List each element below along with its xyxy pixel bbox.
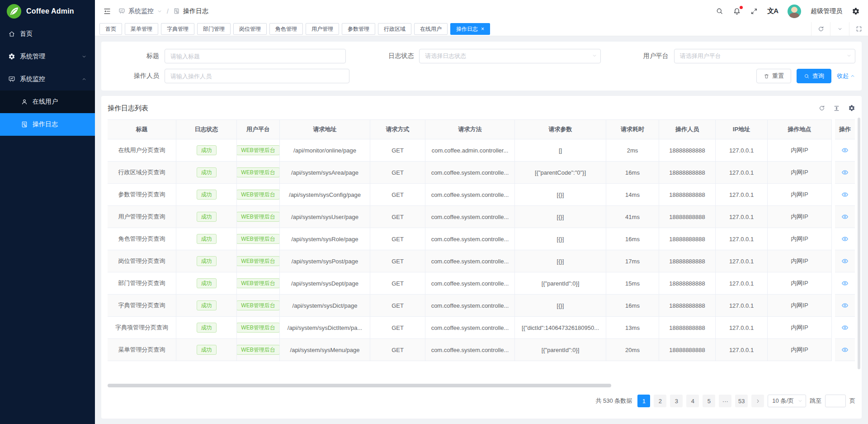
- jump-page-input[interactable]: [825, 395, 846, 407]
- cell-location: 内网IP: [791, 324, 808, 332]
- page-button-3[interactable]: 3: [670, 395, 683, 407]
- page-button-4[interactable]: 4: [686, 395, 699, 407]
- collapse-filter-link[interactable]: 收起: [837, 72, 855, 80]
- cell-location: 内网IP: [768, 228, 832, 250]
- column-label: 标题: [136, 125, 148, 133]
- close-icon[interactable]: ×: [481, 26, 484, 32]
- column-label: 请求方法: [458, 125, 482, 133]
- page-button-53[interactable]: 53: [735, 395, 748, 407]
- table-row: 角色管理分页查询成功WEB管理后台/api/system/sysRole/pag…: [108, 228, 832, 250]
- view-detail-button[interactable]: [841, 324, 849, 331]
- tabs: 首页菜单管理字典管理部门管理岗位管理角色管理用户管理参数管理行政区域在线用户操作…: [99, 23, 490, 35]
- view-detail-button[interactable]: [841, 346, 849, 353]
- leaf-logo-icon: [6, 4, 22, 19]
- app-logo[interactable]: Coffee Admin: [0, 0, 95, 23]
- eye-icon: [841, 191, 849, 198]
- page-size-select[interactable]: 10 条/页: [768, 395, 806, 407]
- tab-菜单管理[interactable]: 菜单管理: [125, 23, 158, 35]
- page-button-5[interactable]: 5: [703, 395, 715, 407]
- next-page-button[interactable]: [751, 395, 764, 407]
- platform-badge: WEB管理后台: [237, 234, 280, 244]
- view-detail-button[interactable]: [841, 280, 849, 287]
- page-button-1[interactable]: 1: [637, 395, 650, 407]
- eye-icon: [841, 169, 849, 176]
- sidebar-item-system-monitor[interactable]: 系统监控: [0, 68, 95, 91]
- cell-handler: com.coffee.system.controlle...: [431, 302, 509, 309]
- sidebar-item-label: 系统监控: [20, 75, 45, 83]
- cell-duration: 16ms: [625, 302, 640, 309]
- sidebar-item-system-management[interactable]: 系统管理: [0, 45, 95, 68]
- column-label: 日志状态: [195, 125, 218, 133]
- tabs-dropdown-button[interactable]: [830, 22, 849, 36]
- tab-字典管理[interactable]: 字典管理: [161, 23, 194, 35]
- username[interactable]: 超级管理员: [811, 7, 842, 15]
- cell-location: 内网IP: [768, 339, 832, 361]
- table-main: 标题日志状态用户平台请求地址请求方式请求方法请求参数请求耗时操作人员IP地址操作…: [108, 119, 832, 361]
- tab-部门管理[interactable]: 部门管理: [197, 23, 231, 35]
- view-detail-button[interactable]: [841, 147, 849, 154]
- tab-label: 行政区域: [384, 25, 406, 33]
- tab-在线用户[interactable]: 在线用户: [414, 23, 448, 35]
- collapse-sidebar-icon[interactable]: [103, 7, 111, 15]
- platform-select[interactable]: 请选择用户平台: [674, 49, 855, 63]
- tab-用户管理[interactable]: 用户管理: [306, 23, 339, 35]
- avatar[interactable]: [788, 5, 801, 18]
- cell-operator: 18888888888: [669, 324, 705, 331]
- sidebar-item-home[interactable]: 首页: [0, 23, 95, 45]
- cell-duration: 16ms: [606, 228, 659, 250]
- cell-location: 内网IP: [791, 213, 808, 221]
- view-detail-button[interactable]: [841, 169, 849, 176]
- view-detail-button[interactable]: [841, 191, 849, 198]
- view-detail-button[interactable]: [841, 213, 849, 220]
- view-detail-button[interactable]: [841, 235, 849, 243]
- breadcrumb-section[interactable]: 系统监控: [128, 7, 154, 15]
- cell-title: 字典管理分页查询: [118, 301, 165, 310]
- chevron-down-icon: [837, 26, 843, 32]
- cell-ip: 127.0.0.1: [729, 169, 754, 176]
- operator-input[interactable]: [165, 69, 349, 83]
- settings-icon[interactable]: [852, 7, 860, 15]
- cell-handler: com.coffee.admin.controller...: [432, 147, 509, 154]
- page-button-2[interactable]: 2: [654, 395, 666, 407]
- refresh-icon[interactable]: [819, 105, 825, 112]
- cell-url: /api/system/sysPost/page: [280, 250, 370, 272]
- tab-参数管理[interactable]: 参数管理: [342, 23, 375, 35]
- status-badge: 成功: [197, 278, 217, 288]
- column-settings-icon[interactable]: [848, 105, 855, 112]
- status-badge: 成功: [197, 323, 217, 333]
- tab-岗位管理[interactable]: 岗位管理: [233, 23, 267, 35]
- sidebar-item-label: 系统管理: [20, 52, 45, 61]
- horizontal-scrollbar[interactable]: [108, 384, 611, 387]
- pagination-ellipsis[interactable]: ···: [719, 395, 731, 407]
- chevron-up-icon: [850, 73, 855, 79]
- tab-行政区域[interactable]: 行政区域: [378, 23, 411, 35]
- sidebar: Coffee Admin 首页系统管理系统监控在线用户操作日志: [0, 0, 95, 424]
- title-input[interactable]: [165, 49, 346, 63]
- view-detail-button[interactable]: [841, 302, 849, 309]
- translate-icon[interactable]: 文A: [767, 7, 778, 15]
- search-icon[interactable]: [716, 7, 723, 15]
- density-icon[interactable]: [833, 105, 840, 112]
- refresh-page-button[interactable]: [811, 22, 830, 36]
- status-select[interactable]: 请选择日志状态: [419, 49, 600, 63]
- topbar-actions: 文A 超级管理员: [716, 5, 860, 18]
- fullscreen-icon[interactable]: [750, 8, 758, 15]
- maximize-content-button[interactable]: [849, 22, 868, 36]
- vertical-scrollbar[interactable]: [858, 118, 860, 369]
- sidebar-item-operation-log[interactable]: 操作日志: [0, 113, 95, 136]
- cell-params: [{}]: [557, 258, 564, 265]
- column-header-location: 操作地点: [768, 119, 832, 139]
- view-detail-button[interactable]: [841, 257, 849, 265]
- notification-button[interactable]: [733, 7, 741, 15]
- cell-operator: 18888888888: [659, 206, 716, 228]
- reset-button[interactable]: 重置: [756, 69, 791, 83]
- search-button[interactable]: 查询: [797, 69, 831, 83]
- cell-duration: 14ms: [625, 191, 640, 198]
- cell-method: GET: [370, 272, 425, 295]
- tab-首页[interactable]: 首页: [99, 23, 122, 35]
- tab-操作日志[interactable]: 操作日志×: [450, 23, 490, 35]
- cell-duration: 20ms: [606, 339, 659, 361]
- tab-角色管理[interactable]: 角色管理: [269, 23, 303, 35]
- filter-status-field: 日志状态 请选择日志状态: [356, 49, 610, 63]
- sidebar-item-online-users[interactable]: 在线用户: [0, 91, 95, 113]
